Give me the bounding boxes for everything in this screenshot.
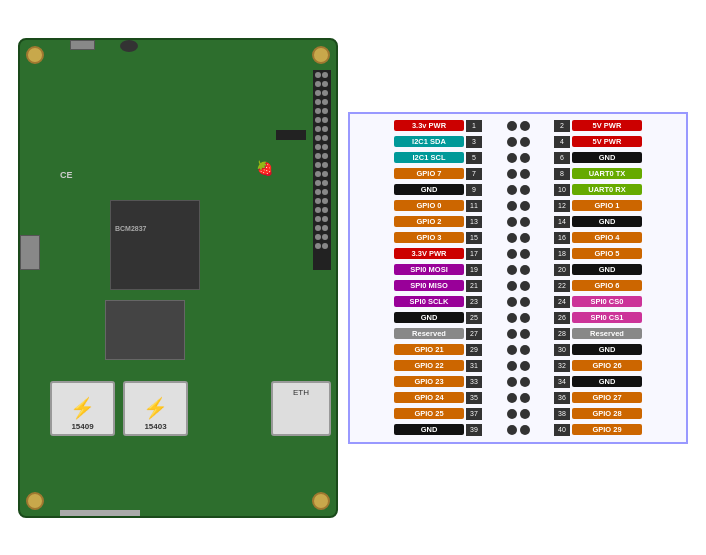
dot-2 — [520, 121, 530, 131]
micro-usb-port — [70, 40, 95, 50]
pin-label-38r: GPIO 28 — [572, 408, 642, 419]
pin-label-20r: GND — [572, 264, 642, 275]
pin-num-6r: 6 — [554, 152, 570, 164]
pin-label-21: SPI0 MISO — [394, 280, 464, 291]
pin-label-2r: 5V PWR — [572, 120, 642, 131]
pin-num-33: 33 — [466, 376, 482, 388]
pin-num-9: 9 — [466, 184, 482, 196]
pin-num-37: 37 — [466, 408, 482, 420]
pin-num-10r: 10 — [554, 184, 570, 196]
dot-6 — [520, 153, 530, 163]
pin-label-35: GPIO 24 — [394, 392, 464, 403]
pin-rows-container: 3.3v PWR1 I2C1 SDA3 I2C1 SCL5 GPIO 77 GN… — [354, 118, 682, 438]
pin-label-36r: GPIO 27 — [572, 392, 642, 403]
pin-num-23: 23 — [466, 296, 482, 308]
pin-label-8r: UART0 TX — [572, 168, 642, 179]
dot-35-36 — [507, 393, 517, 403]
dot-33-34 — [507, 377, 517, 387]
dot-4 — [520, 137, 530, 147]
dot-37-38 — [507, 409, 517, 419]
dot-11-12 — [507, 201, 517, 211]
pin-label-3: I2C1 SDA — [394, 136, 464, 147]
pin-num-4r: 4 — [554, 136, 570, 148]
dot-40 — [520, 425, 530, 435]
pin-label-15: GPIO 3 — [394, 232, 464, 243]
pin-label-18r: GPIO 5 — [572, 248, 642, 259]
dot-24 — [520, 297, 530, 307]
pin-label-24r: SPI0 CS0 — [572, 296, 642, 307]
dot-9-10 — [507, 185, 517, 195]
dot-36 — [520, 393, 530, 403]
board-image: BCM2837 CE 🍓 — [18, 38, 338, 518]
pinout-chart: 3.3v PWR1 I2C1 SDA3 I2C1 SCL5 GPIO 77 GN… — [348, 112, 688, 444]
pin-label-6r: GND — [572, 152, 642, 163]
pin-label-12r: GPIO 1 — [572, 200, 642, 211]
dot-30 — [520, 345, 530, 355]
right-labels: 25V PWR 45V PWR 6GND 8UART0 TX 10UART0 R… — [552, 118, 682, 438]
pin-num-7: 7 — [466, 168, 482, 180]
pin-num-5: 5 — [466, 152, 482, 164]
dot-38 — [520, 409, 530, 419]
gpio-header — [313, 70, 331, 270]
pin-label-14r: GND — [572, 216, 642, 227]
dot-10 — [520, 185, 530, 195]
dot-1-2 — [507, 121, 517, 131]
pin-num-8r: 8 — [554, 168, 570, 180]
dot-28 — [520, 329, 530, 339]
pin-num-29: 29 — [466, 344, 482, 356]
pin-num-1: 1 — [466, 120, 482, 132]
pin-label-1: 3.3v PWR — [394, 120, 464, 131]
main-container: BCM2837 CE 🍓 — [8, 28, 698, 528]
pin-num-31: 31 — [466, 360, 482, 372]
pin-label-9: GND — [394, 184, 464, 195]
pin-label-40r: GPIO 29 — [572, 424, 642, 435]
pin-num-21: 21 — [466, 280, 482, 292]
pin-num-32r: 32 — [554, 360, 570, 372]
pin-num-27: 27 — [466, 328, 482, 340]
pin-num-3: 3 — [466, 136, 482, 148]
cpu-chip — [110, 200, 200, 290]
camera-port — [276, 130, 306, 140]
pin-label-25: GND — [394, 312, 464, 323]
pin-num-16r: 16 — [554, 232, 570, 244]
dot-26 — [520, 313, 530, 323]
dot-19-20 — [507, 265, 517, 275]
usb-port-1: ⚡ 15409 — [50, 381, 115, 436]
pin-label-31: GPIO 22 — [394, 360, 464, 371]
pin-label-16r: GPIO 4 — [572, 232, 642, 243]
pin-label-11: GPIO 0 — [394, 200, 464, 211]
pin-label-37: GPIO 25 — [394, 408, 464, 419]
pin-label-23: SPI0 SCLK — [394, 296, 464, 307]
dot-14 — [520, 217, 530, 227]
left-labels: 3.3v PWR1 I2C1 SDA3 I2C1 SCL5 GPIO 77 GN… — [354, 118, 484, 438]
audio-jack — [120, 40, 138, 52]
pin-label-27: Reserved — [394, 328, 464, 339]
raspberry-logo: 🍓 — [256, 160, 276, 180]
dot-3-4 — [507, 137, 517, 147]
pin-num-26r: 26 — [554, 312, 570, 324]
pin-num-15: 15 — [466, 232, 482, 244]
pin-num-24r: 24 — [554, 296, 570, 308]
usb-ports: ⚡ 15409 ⚡ 15403 — [50, 381, 188, 436]
pin-num-39: 39 — [466, 424, 482, 436]
pin-label-32r: GPIO 26 — [572, 360, 642, 371]
dot-39-40 — [507, 425, 517, 435]
dot-23-24 — [507, 297, 517, 307]
dot-16 — [520, 233, 530, 243]
pin-num-18r: 18 — [554, 248, 570, 260]
dot-8 — [520, 169, 530, 179]
pin-dots-column — [488, 118, 548, 438]
dot-20 — [520, 265, 530, 275]
dot-13-14 — [507, 217, 517, 227]
dot-12 — [520, 201, 530, 211]
pin-num-19: 19 — [466, 264, 482, 276]
dot-18 — [520, 249, 530, 259]
hdmi-port — [20, 235, 40, 270]
pin-num-28r: 28 — [554, 328, 570, 340]
pin-label-5: I2C1 SCL — [394, 152, 464, 163]
pin-num-13: 13 — [466, 216, 482, 228]
pin-label-22r: GPIO 6 — [572, 280, 642, 291]
pin-num-38r: 38 — [554, 408, 570, 420]
dot-5-6 — [507, 153, 517, 163]
pin-label-39: GND — [394, 424, 464, 435]
